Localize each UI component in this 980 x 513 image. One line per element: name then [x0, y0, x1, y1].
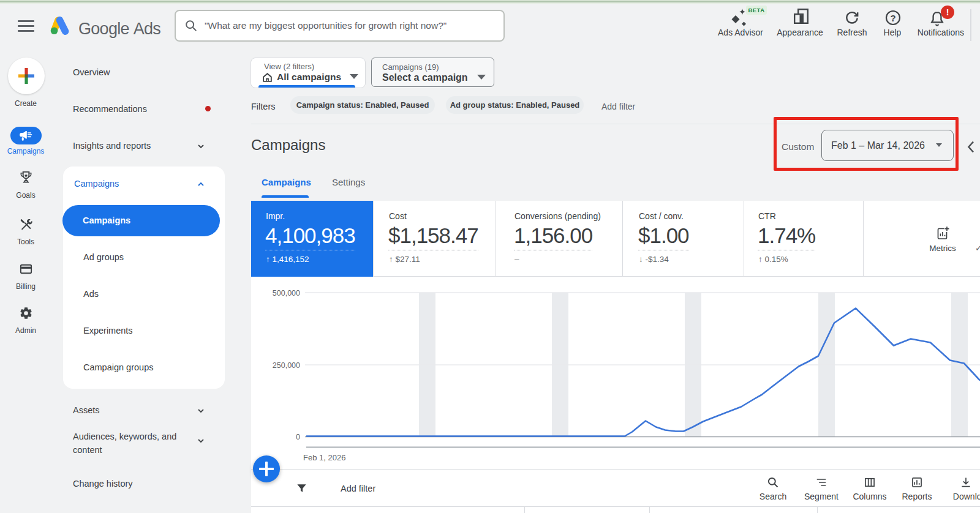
- svg-text:Feb 1, 2026: Feb 1, 2026: [303, 453, 345, 462]
- svg-text:0: 0: [296, 433, 300, 441]
- svg-text:?: ?: [890, 13, 895, 23]
- svg-text:250,000: 250,000: [273, 361, 300, 370]
- svg-text:500,000: 500,000: [273, 289, 300, 298]
